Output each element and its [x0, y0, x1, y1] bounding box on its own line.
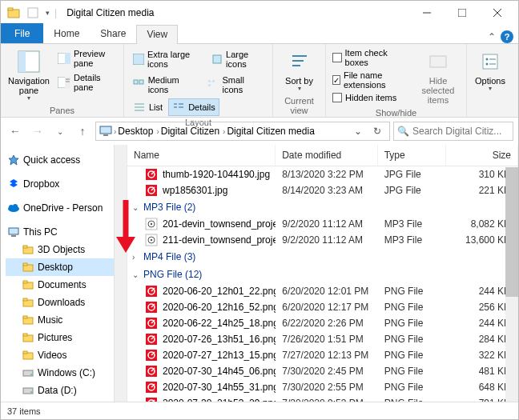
crumb-2[interactable]: Digital Citizen media	[227, 126, 314, 137]
collapsed-icon: ›	[132, 253, 140, 262]
search-input[interactable]: 🔍 Search Digital Citiz...	[393, 122, 513, 141]
layout-medium[interactable]: Medium icons	[129, 73, 202, 97]
nav-item[interactable]: Windows (C:)	[6, 364, 114, 382]
nav-item[interactable]: Videos	[6, 346, 114, 364]
nav-item[interactable]: Data (D:)	[6, 382, 114, 399]
file-row[interactable]: 2020-07-26_13h51_16.png7/26/2020 1:51 PM…	[127, 331, 518, 347]
forward-button[interactable]: →	[28, 122, 47, 141]
nav-item[interactable]: Pictures	[6, 329, 114, 346]
window-title: Digital Citizen media	[62, 7, 409, 18]
file-scrollbar[interactable]	[505, 167, 518, 402]
refresh-button[interactable]: ↻	[368, 126, 386, 137]
file-row[interactable]: thumb-1920-1044190.jpg8/13/2020 3:22 PMJ…	[127, 166, 518, 182]
layout-large[interactable]: Large icons	[207, 47, 268, 71]
svg-marker-42	[10, 182, 18, 187]
svg-rect-17	[134, 80, 138, 84]
nav-item[interactable]: This PC	[6, 223, 114, 241]
nav-item[interactable]: Downloads	[6, 294, 114, 311]
column-headers[interactable]: Name Date modified Type Size	[127, 145, 518, 166]
maximize-button[interactable]	[445, 1, 480, 25]
layout-list[interactable]: List	[129, 98, 167, 116]
file-icon	[145, 168, 158, 181]
address-dropdown[interactable]: ⌄	[349, 126, 367, 137]
nav-item[interactable]: Quick access	[6, 151, 114, 169]
navigation-pane-button[interactable]: Navigation pane ▾	[6, 47, 52, 104]
svg-rect-57	[23, 316, 27, 318]
svg-rect-33	[483, 54, 497, 69]
svg-rect-21	[208, 84, 211, 86]
file-extensions-toggle[interactable]: ✓File name extensions	[331, 70, 412, 90]
up-button[interactable]: ↑	[73, 122, 92, 141]
ribbon-collapse-icon[interactable]: ⌃	[488, 31, 496, 42]
group-label-current-view: Current view	[278, 94, 320, 117]
item-checkboxes-toggle[interactable]: Item check boxes	[331, 47, 412, 68]
crumb-0[interactable]: Desktop›	[118, 126, 159, 137]
svg-rect-61	[23, 351, 27, 354]
nav-scrollbar[interactable]	[114, 145, 127, 402]
nav-item[interactable]: Documents	[6, 276, 114, 294]
file-icon	[145, 234, 158, 246]
col-date[interactable]: Date modified	[276, 145, 377, 166]
group-header[interactable]: ⌄MP3 File (2)	[127, 198, 518, 216]
hidden-items-toggle[interactable]: Hidden items	[331, 92, 412, 103]
file-row[interactable]: wp1856301.jpg8/14/2020 3:23 AMJPG File22…	[127, 182, 518, 198]
drive-icon	[22, 366, 34, 379]
hide-icon	[425, 49, 451, 74]
nav-item[interactable]: Desktop	[6, 258, 114, 276]
nav-item[interactable]: OneDrive - Person	[6, 199, 114, 217]
file-row[interactable]: 2020-06-20_12h01_22.png6/20/2020 12:01 P…	[127, 283, 518, 299]
nav-item[interactable]: Dropbox	[6, 175, 114, 193]
minimize-button[interactable]	[409, 1, 445, 25]
svg-rect-38	[100, 126, 111, 134]
close-button[interactable]	[480, 1, 515, 25]
preview-pane-button[interactable]: Preview pane	[55, 47, 119, 70]
group-label-showhide: Show/hide	[331, 106, 461, 119]
nav-item[interactable]: Music	[6, 311, 114, 329]
sort-by-button[interactable]: Sort by ▾	[278, 47, 320, 94]
svg-rect-8	[18, 51, 26, 72]
star-icon	[7, 154, 20, 166]
file-row[interactable]: 201-devin_townsend_project-hy...9/2/2020…	[127, 216, 518, 232]
svg-rect-47	[11, 235, 16, 237]
group-header[interactable]: ›MP4 File (3)	[127, 248, 518, 266]
layout-extra-large[interactable]: Extra large icons	[129, 47, 206, 71]
col-name[interactable]: Name	[127, 145, 276, 166]
col-type[interactable]: Type	[378, 145, 447, 166]
file-row[interactable]: 211-devin_townsend_project-gra...9/2/202…	[127, 232, 518, 248]
file-row[interactable]: 2020-07-27_12h13_15.png7/27/2020 12:13 P…	[127, 347, 518, 363]
layout-details[interactable]: Details	[168, 98, 219, 116]
group-header[interactable]: ⌄PNG File (12)	[127, 266, 518, 283]
folder-icon	[22, 331, 34, 344]
file-row[interactable]: 2020-07-30_14h45_06.png7/30/2020 2:45 PM…	[127, 363, 518, 379]
sort-icon	[287, 49, 312, 74]
folder-icon	[22, 296, 34, 309]
layout-small[interactable]: Small icons	[203, 73, 268, 97]
breadcrumb-bar[interactable]: › Desktop› Digital Citizen› Digital Citi…	[95, 122, 390, 141]
item-count: 37 items	[7, 406, 41, 416]
recent-dropdown[interactable]: ⌄	[50, 122, 70, 141]
navigation-pane: Quick accessDropboxOneDrive - PersonThis…	[1, 145, 127, 402]
crumb-1[interactable]: Digital Citizen›	[161, 126, 226, 137]
qat-dropdown-icon[interactable]: ▾	[46, 9, 50, 17]
navigation-pane-icon	[16, 49, 42, 74]
svg-rect-12	[65, 77, 70, 88]
tab-view[interactable]: View	[136, 25, 178, 44]
back-button[interactable]: ←	[6, 122, 25, 141]
nav-item[interactable]: 3D Objects	[6, 241, 114, 258]
col-size[interactable]: Size	[446, 145, 518, 166]
folder-icon	[22, 261, 34, 274]
details-pane-icon	[58, 76, 70, 89]
hide-selected-button[interactable]: Hide selected items	[415, 47, 461, 106]
file-row[interactable]: 2020-06-22_14h25_18.png6/22/2020 2:26 PM…	[127, 315, 518, 331]
svg-point-44	[9, 205, 14, 210]
tab-home[interactable]: Home	[43, 24, 90, 43]
file-row[interactable]: 2020-06-20_12h16_52.png6/20/2020 12:17 P…	[127, 299, 518, 315]
options-button[interactable]: Options ▾	[472, 47, 509, 102]
tab-file[interactable]: File	[1, 23, 43, 43]
details-pane-button[interactable]: Details pane	[55, 71, 119, 94]
file-row[interactable]: 2020-07-30_14h55_31.png7/30/2020 2:55 PM…	[127, 379, 518, 395]
svg-point-65	[30, 391, 32, 393]
qat-placeholder-icon	[26, 6, 39, 19]
help-icon[interactable]: ?	[501, 30, 513, 43]
tab-share[interactable]: Share	[90, 24, 136, 43]
